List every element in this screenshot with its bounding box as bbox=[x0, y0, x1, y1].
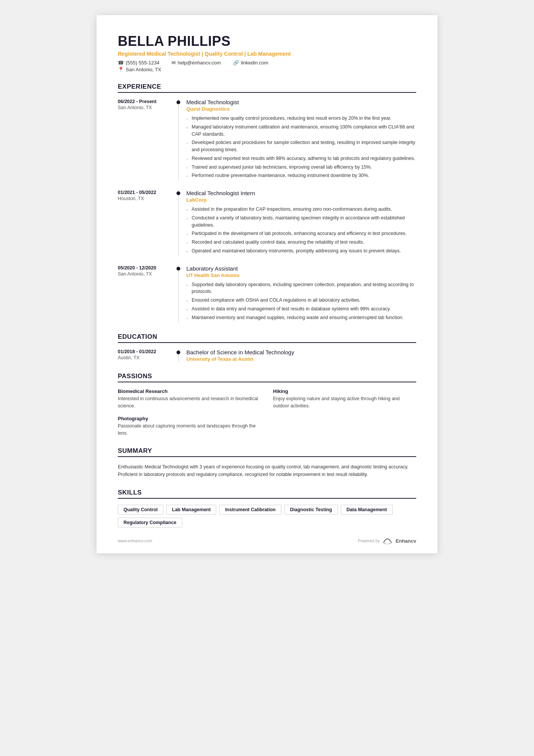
experience-section-title: EXPERIENCE bbox=[118, 83, 416, 93]
company-0: Quest Diagnostics bbox=[186, 106, 416, 112]
entry-right-0: Medical Technologist Quest Diagnostics I… bbox=[186, 99, 416, 181]
email-icon: ✉ bbox=[172, 60, 176, 66]
bullets-1: Assisted in the preparation for CAP insp… bbox=[186, 206, 416, 255]
passion-desc-0: Interested in continuous advancements an… bbox=[118, 395, 261, 410]
passions-grid: Biomedical Research Interested in contin… bbox=[118, 388, 416, 437]
entry-divider-1 bbox=[178, 190, 179, 256]
experience-section: EXPERIENCE 06/2022 - Present San Antonio… bbox=[118, 83, 416, 322]
summary-text: Enthusiastic Medical Technologist with 3… bbox=[118, 463, 416, 478]
passion-desc-1: Enjoy exploring nature and staying activ… bbox=[273, 395, 416, 410]
company-1: LabCorp bbox=[186, 197, 416, 203]
edu-school-0: University of Texas at Austin bbox=[186, 356, 416, 362]
entry-location-1: Houston, TX bbox=[118, 196, 172, 201]
bullet-0-5: Performed routine preventative maintenan… bbox=[186, 172, 416, 179]
passion-title-1: Hiking bbox=[273, 388, 416, 394]
entry-location-0: San Antonio, TX bbox=[118, 105, 172, 110]
entry-left-0: 06/2022 - Present San Antonio, TX bbox=[118, 99, 178, 181]
entry-left-2: 05/2020 - 12/2020 San Antonio, TX bbox=[118, 265, 178, 323]
job-title-1: Medical Technologist Intern bbox=[186, 190, 416, 196]
skills-section: SKILLS Quality Control Lab Management In… bbox=[118, 489, 416, 527]
skills-row: Quality Control Lab Management Instrumen… bbox=[118, 505, 416, 515]
phone-icon: ☎ bbox=[118, 60, 124, 66]
edu-location-0: Austin, TX bbox=[118, 355, 172, 360]
bullet-0-3: Reviewed and reported test results with … bbox=[186, 155, 416, 162]
page-footer: www.enhancv.com Powered by Enhancv bbox=[118, 537, 416, 544]
bullet-0-1: Managed laboratory instrument calibratio… bbox=[186, 124, 416, 138]
location-icon: 📍 bbox=[118, 67, 124, 72]
skills-row-2: Regulatory Compliance bbox=[118, 518, 416, 527]
powered-by-text: Powered by bbox=[358, 538, 380, 543]
bullet-1-4: Operated and maintained laboratory instr… bbox=[186, 247, 416, 255]
bullet-1-1: Conducted a variety of laboratory tests,… bbox=[186, 214, 416, 229]
footer-powered: Powered by Enhancv bbox=[358, 537, 416, 544]
bullet-0-4: Trained and supervised junior lab techni… bbox=[186, 164, 416, 171]
job-title-0: Medical Technologist bbox=[186, 99, 416, 105]
entry-right-2: Laboratory Assistant UT Health San Anton… bbox=[186, 265, 416, 323]
bullet-0-2: Developed policies and procedures for sa… bbox=[186, 139, 416, 153]
skill-3: Diagnostic Testing bbox=[284, 505, 338, 515]
company-2: UT Health San Antonio bbox=[186, 272, 416, 278]
bullet-1-3: Recorded and calculated quality control … bbox=[186, 239, 416, 246]
bullet-1-2: Participated in the development of lab p… bbox=[186, 230, 416, 237]
contact-info: ☎ (555) 555-1234 ✉ help@enhancv.com 🔗 li… bbox=[118, 60, 416, 66]
summary-section: SUMMARY Enthusiastic Medical Technologis… bbox=[118, 447, 416, 478]
passion-1: Hiking Enjoy exploring nature and stayin… bbox=[273, 388, 416, 410]
linkedin-contact: 🔗 linkedin.com bbox=[233, 60, 268, 66]
email-contact: ✉ help@enhancv.com bbox=[172, 60, 221, 66]
entry-left-1: 01/2021 - 05/2022 Houston, TX bbox=[118, 190, 178, 256]
experience-entry-2: 05/2020 - 12/2020 San Antonio, TX Labora… bbox=[118, 265, 416, 323]
passion-title-2: Photography bbox=[118, 416, 261, 421]
education-section-title: EDUCATION bbox=[118, 333, 416, 343]
skills-section-title: SKILLS bbox=[118, 489, 416, 499]
enhancv-logo-icon bbox=[382, 537, 393, 544]
education-entry-0: 01/2018 - 01/2022 Austin, TX Bachelor of… bbox=[118, 349, 416, 362]
edu-dates-0: 01/2018 - 01/2022 bbox=[118, 349, 172, 354]
education-section: EDUCATION 01/2018 - 01/2022 Austin, TX B… bbox=[118, 333, 416, 362]
skill-4: Data Management bbox=[341, 505, 393, 515]
location-contact: 📍 San Antonio, TX bbox=[118, 67, 416, 72]
footer-url: www.enhancv.com bbox=[118, 538, 152, 543]
entry-divider-2 bbox=[178, 265, 179, 323]
bullet-2-0: Supported daily laboratory operations, i… bbox=[186, 281, 416, 296]
bullets-0: Implemented new quality control procedur… bbox=[186, 115, 416, 179]
skill-1: Lab Management bbox=[166, 505, 216, 515]
entry-divider-0 bbox=[178, 99, 179, 181]
edu-degree-0: Bachelor of Science in Medical Technolog… bbox=[186, 349, 416, 355]
linkedin-icon: 🔗 bbox=[233, 60, 239, 66]
header: BELLA PHILLIPS Registered Medical Techno… bbox=[118, 33, 416, 72]
entry-right-1: Medical Technologist Intern LabCorp Assi… bbox=[186, 190, 416, 256]
skill-2: Instrument Calibration bbox=[219, 505, 281, 515]
job-title-2: Laboratory Assistant bbox=[186, 265, 416, 272]
experience-entry-1: 01/2021 - 05/2022 Houston, TX Medical Te… bbox=[118, 190, 416, 256]
passion-desc-2: Passionate about capturing moments and l… bbox=[118, 423, 261, 437]
edu-left-0: 01/2018 - 01/2022 Austin, TX bbox=[118, 349, 178, 362]
bullet-2-1: Ensured compliance with OSHA and COLA re… bbox=[186, 297, 416, 304]
bullets-2: Supported daily laboratory operations, i… bbox=[186, 281, 416, 321]
bullet-2-2: Assisted in data entry and management of… bbox=[186, 305, 416, 313]
passion-0: Biomedical Research Interested in contin… bbox=[118, 388, 261, 410]
experience-entry-0: 06/2022 - Present San Antonio, TX Medica… bbox=[118, 99, 416, 181]
resume-page: BELLA PHILLIPS Registered Medical Techno… bbox=[97, 15, 437, 553]
skill-5: Regulatory Compliance bbox=[118, 518, 182, 527]
phone-contact: ☎ (555) 555-1234 bbox=[118, 60, 159, 66]
bullet-0-0: Implemented new quality control procedur… bbox=[186, 115, 416, 122]
candidate-name: BELLA PHILLIPS bbox=[118, 33, 416, 49]
edu-divider-0 bbox=[178, 349, 179, 362]
bullet-2-3: Maintained inventory and managed supplie… bbox=[186, 314, 416, 321]
brand-name: Enhancv bbox=[396, 538, 416, 544]
passions-section-title: PASSIONS bbox=[118, 373, 416, 382]
summary-section-title: SUMMARY bbox=[118, 447, 416, 457]
skill-0: Quality Control bbox=[118, 505, 163, 515]
passion-title-0: Biomedical Research bbox=[118, 388, 261, 394]
passions-section: PASSIONS Biomedical Research Interested … bbox=[118, 373, 416, 437]
passion-2: Photography Passionate about capturing m… bbox=[118, 416, 261, 437]
entry-dates-0: 06/2022 - Present bbox=[118, 99, 172, 104]
entry-dates-1: 01/2021 - 05/2022 bbox=[118, 190, 172, 195]
entry-dates-2: 05/2020 - 12/2020 bbox=[118, 265, 172, 271]
edu-right-0: Bachelor of Science in Medical Technolog… bbox=[186, 349, 416, 362]
entry-location-2: San Antonio, TX bbox=[118, 271, 172, 277]
bullet-1-0: Assisted in the preparation for CAP insp… bbox=[186, 206, 416, 213]
candidate-title: Registered Medical Technologist | Qualit… bbox=[118, 51, 416, 57]
